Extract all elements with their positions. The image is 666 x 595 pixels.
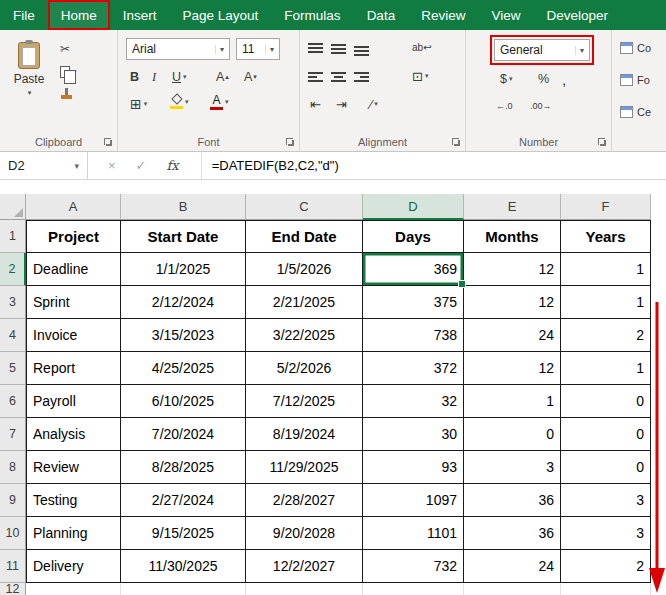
column-header-a[interactable]: A [26, 194, 121, 220]
align-center-button[interactable] [331, 67, 346, 87]
cell-F5[interactable]: 1 [561, 352, 651, 385]
cell-D5[interactable]: 372 [363, 352, 464, 385]
cell-F7[interactable]: 0 [561, 418, 651, 451]
font-size-combo[interactable]: 11 ▾ [236, 38, 280, 60]
decrease-decimal-button[interactable]: .00→ [530, 96, 552, 116]
align-right-button[interactable] [354, 67, 369, 87]
cell-A1[interactable]: Project [26, 220, 121, 253]
partial-cell-B12[interactable] [121, 583, 246, 595]
cell-F9[interactable]: 3 [561, 484, 651, 517]
cell-D9[interactable]: 1097 [363, 484, 464, 517]
cut-button[interactable]: ✂ [60, 42, 77, 56]
insert-function-button[interactable]: fx [167, 158, 179, 173]
column-header-c[interactable]: C [246, 194, 363, 220]
bold-button[interactable]: B [130, 67, 139, 87]
cell-E8[interactable]: 3 [464, 451, 561, 484]
decrease-font-size-button[interactable]: A ▾ [244, 67, 257, 87]
cell-C3[interactable]: 2/21/2025 [246, 286, 363, 319]
column-header-e[interactable]: E [464, 194, 561, 220]
cell-E4[interactable]: 24 [464, 319, 561, 352]
cell-C1[interactable]: End Date [246, 220, 363, 253]
column-header-f[interactable]: F [561, 194, 651, 220]
cell-A6[interactable]: Payroll [26, 385, 121, 418]
increase-decimal-button[interactable]: ←.0 [496, 96, 513, 116]
wrap-text-button[interactable]: ab↩ [412, 37, 432, 57]
cell-A7[interactable]: Analysis [26, 418, 121, 451]
name-box[interactable]: D2 ▾ [0, 152, 88, 179]
percent-style-button[interactable]: % [538, 69, 549, 89]
enter-button[interactable]: ✓ [136, 158, 147, 173]
tab-developer[interactable]: Developer [533, 0, 621, 30]
partial-cell-F12[interactable] [561, 583, 651, 595]
tab-file[interactable]: File [0, 0, 48, 30]
tab-home[interactable]: Home [48, 0, 110, 30]
cell-C9[interactable]: 2/28/2027 [246, 484, 363, 517]
accounting-format-button[interactable]: $ ▾ [500, 69, 512, 89]
cell-E1[interactable]: Months [464, 220, 561, 253]
dialog-launcher-icon[interactable] [286, 138, 295, 147]
cell-E5[interactable]: 12 [464, 352, 561, 385]
cell-C7[interactable]: 8/19/2024 [246, 418, 363, 451]
partial-cell-D12[interactable] [363, 583, 464, 595]
cell-E3[interactable]: 12 [464, 286, 561, 319]
cell-F2[interactable]: 1 [561, 253, 651, 286]
copy-button[interactable]: ▾ [60, 66, 77, 78]
increase-font-size-button[interactable]: A ▴ [216, 67, 229, 87]
row-header-6[interactable]: 6 [0, 385, 26, 418]
fill-color-button[interactable]: ▾ [170, 92, 189, 112]
cell-B7[interactable]: 7/20/2024 [121, 418, 246, 451]
cell-D10[interactable]: 1101 [363, 517, 464, 550]
partial-cell-E12[interactable] [464, 583, 561, 595]
partial-cell-A12[interactable] [26, 583, 121, 595]
number-format-combo[interactable]: General ▾ [494, 39, 590, 61]
cell-D7[interactable]: 30 [363, 418, 464, 451]
cell-E11[interactable]: 24 [464, 550, 561, 583]
cell-A2[interactable]: Deadline [26, 253, 121, 286]
row-header-12[interactable]: 12 [0, 583, 26, 595]
cell-B4[interactable]: 3/15/2023 [121, 319, 246, 352]
cell-C4[interactable]: 3/22/2025 [246, 319, 363, 352]
merge-center-button[interactable]: ⊡ ▾ [412, 66, 428, 86]
cell-B5[interactable]: 4/25/2025 [121, 352, 246, 385]
tab-formulas[interactable]: Formulas [271, 0, 353, 30]
row-header-2[interactable]: 2 [0, 253, 26, 286]
column-header-d[interactable]: D [363, 194, 464, 220]
cell-F6[interactable]: 0 [561, 385, 651, 418]
cell-C5[interactable]: 5/2/2026 [246, 352, 363, 385]
align-middle-button[interactable] [331, 39, 346, 59]
row-header-9[interactable]: 9 [0, 484, 26, 517]
cell-F3[interactable]: 1 [561, 286, 651, 319]
paste-button[interactable]: Paste ▾ [6, 36, 52, 126]
cell-C2[interactable]: 1/5/2026 [246, 253, 363, 286]
tab-page-layout[interactable]: Page Layout [170, 0, 272, 30]
cell-A8[interactable]: Review [26, 451, 121, 484]
font-color-button[interactable]: A ▾ [210, 92, 229, 112]
dialog-launcher-icon[interactable] [452, 138, 461, 147]
font-name-combo[interactable]: Arial ▾ [126, 38, 230, 60]
cell-D3[interactable]: 375 [363, 286, 464, 319]
row-header-3[interactable]: 3 [0, 286, 26, 319]
cell-B3[interactable]: 2/12/2024 [121, 286, 246, 319]
row-header-7[interactable]: 7 [0, 418, 26, 451]
cell-D2[interactable]: 369 [363, 253, 464, 286]
tab-data[interactable]: Data [354, 0, 409, 30]
cell-A11[interactable]: Delivery [26, 550, 121, 583]
cell-C6[interactable]: 7/12/2025 [246, 385, 363, 418]
cell-D1[interactable]: Days [363, 220, 464, 253]
tab-view[interactable]: View [478, 0, 533, 30]
cell-E2[interactable]: 12 [464, 253, 561, 286]
cancel-button[interactable]: × [108, 158, 116, 173]
cell-B9[interactable]: 2/27/2024 [121, 484, 246, 517]
align-left-button[interactable] [308, 67, 323, 87]
cell-E9[interactable]: 36 [464, 484, 561, 517]
align-bottom-button[interactable] [354, 39, 369, 59]
cell-A9[interactable]: Testing [26, 484, 121, 517]
dialog-launcher-icon[interactable] [598, 138, 607, 147]
borders-button[interactable]: ⊞ ▾ [130, 94, 147, 114]
cell-F4[interactable]: 2 [561, 319, 651, 352]
orientation-button[interactable]: ∕ ▾ [370, 94, 378, 114]
cell-F8[interactable]: 0 [561, 451, 651, 484]
cell-D11[interactable]: 732 [363, 550, 464, 583]
row-header-5[interactable]: 5 [0, 352, 26, 385]
increase-indent-button[interactable]: ⇥ [336, 94, 347, 114]
